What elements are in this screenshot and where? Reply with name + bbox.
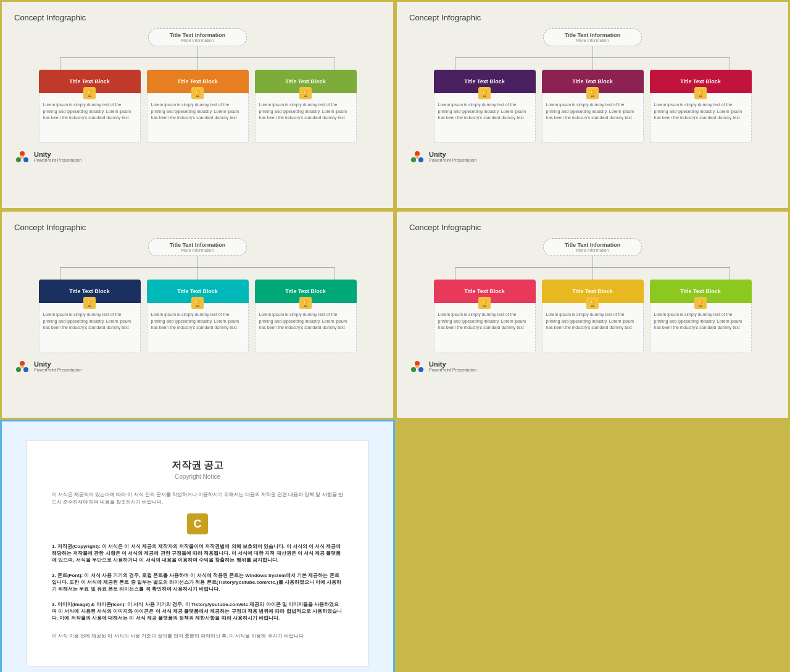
- top-oval-4: Title Text Information More Information: [543, 238, 642, 256]
- vert-drop-4b: [592, 267, 593, 280]
- org-chart-2: Title Text Information More Information …: [409, 28, 776, 143]
- card-1-1-header: Title Text Block 🏆: [39, 70, 141, 93]
- slide-1: Concept Infographic Title Text Informati…: [0, 0, 395, 210]
- card-1-2-icon: 🏆: [191, 87, 204, 99]
- card-2-1: Title Text Block 🏆 Lorem ipsum is simply…: [434, 70, 536, 143]
- slide-2-title: Concept Infographic: [409, 13, 776, 22]
- top-oval-1-title: Title Text Information: [161, 32, 234, 38]
- logo-sub-2: PowerPoint Presentation: [429, 158, 476, 163]
- vert-drops-3: [60, 267, 335, 280]
- logo-sub-1: PowerPoint Presentation: [34, 158, 81, 163]
- spacer-3: [52, 624, 343, 633]
- h-line-container-3: [60, 267, 335, 280]
- card-4-3-header: Title Text Block 🏆: [650, 280, 752, 303]
- card-2-2: Title Text Block 🏆 Lorem ipsum is simply…: [542, 70, 644, 143]
- card-3-2-body: Lorem ipsum is simply dummy text of the …: [147, 303, 249, 352]
- connector-v-3: [198, 256, 198, 267]
- unity-logo-icon-3: [14, 359, 30, 375]
- top-oval-3-sub: More Information: [161, 248, 234, 252]
- card-2-2-icon: 🏆: [586, 87, 599, 99]
- org-chart-4: Title Text Information More Information …: [409, 238, 776, 352]
- yellow-panel: [395, 420, 790, 672]
- top-oval-4-title: Title Text Information: [556, 242, 629, 248]
- svg-point-5: [411, 157, 416, 162]
- logo-area-3: Unity PowerPoint Presentation: [14, 359, 381, 375]
- vert-drop-1c: [335, 57, 335, 70]
- slide-3: Concept Infographic Title Text Informati…: [0, 210, 395, 420]
- top-oval-2-sub: More Information: [556, 38, 629, 43]
- card-2-3-header: Title Text Block 🏆: [650, 70, 752, 93]
- card-1-1-label: Title Text Block: [69, 78, 110, 85]
- card-3-2: Title Text Block 🏆 Lorem ipsum is simply…: [147, 280, 249, 352]
- logo-name-3: Unity: [34, 360, 81, 368]
- card-3-3-icon: 🏆: [299, 297, 312, 309]
- top-oval-1: Title Text Information More Information: [148, 28, 247, 46]
- connector-v-4: [592, 256, 593, 267]
- card-2-3-icon: 🏆: [694, 87, 707, 99]
- copyright-body1: 이 서식은 제공되어 있는바에 따라 이 서식 안의 문서를 작성하거나 이용하…: [52, 491, 343, 506]
- cards-row-4: Title Text Block 🏆 Lorem ipsum is simply…: [409, 280, 776, 352]
- card-3-1-label: Title Text Block: [69, 288, 110, 294]
- spacer-1: [52, 566, 343, 572]
- card-1-3-icon: 🏆: [299, 87, 312, 99]
- card-1-3-header: Title Text Block 🏆: [255, 70, 357, 93]
- card-4-1-body: Lorem ipsum is simply dummy text of the …: [434, 303, 536, 352]
- vert-drops-4: [455, 267, 730, 280]
- svg-point-10: [23, 367, 28, 372]
- card-3-1-icon: 🏆: [83, 297, 96, 309]
- card-4-2-text: Lorem ipsum is simply dummy text of the …: [546, 312, 634, 330]
- card-2-2-label: Title Text Block: [572, 78, 613, 85]
- card-3-1-header: Title Text Block 🏆: [39, 280, 141, 303]
- slide-3-title: Concept Infographic: [14, 223, 381, 232]
- logo-area-2: Unity PowerPoint Presentation: [409, 149, 776, 165]
- cards-row-3: Title Text Block 🏆 Lorem ipsum is simply…: [14, 280, 381, 352]
- card-3-2-icon: 🏆: [191, 297, 204, 309]
- cards-row-1: Title Text Block 🏆 Lorem ipsum is simply…: [14, 70, 381, 143]
- card-1-1: Title Text Block 🏆 Lorem ipsum is simply…: [39, 70, 141, 143]
- h-line-container-2: [455, 57, 730, 70]
- vert-drop-3b: [198, 267, 198, 280]
- card-4-3-icon: 🏆: [694, 297, 707, 309]
- card-4-1-header: Title Text Block 🏆: [434, 280, 536, 303]
- card-4-2-icon: 🏆: [586, 297, 599, 309]
- vert-drop-3a: [60, 267, 60, 280]
- card-1-2-label: Title Text Block: [177, 78, 218, 85]
- copyright-c-badge: C: [187, 513, 208, 534]
- card-2-2-text: Lorem ipsum is simply dummy text of the …: [546, 102, 634, 120]
- svg-point-14: [418, 367, 423, 372]
- card-3-3-header: Title Text Block 🏆: [255, 280, 357, 303]
- card-2-3-body: Lorem ipsum is simply dummy text of the …: [650, 93, 752, 143]
- logo-sub-3: PowerPoint Presentation: [34, 368, 81, 373]
- connector-v-1: [198, 46, 198, 57]
- card-4-1-icon: 🏆: [478, 297, 491, 309]
- spacer-2: [52, 595, 343, 601]
- copyright-title-kr: 저작권 공고: [52, 459, 343, 472]
- logo-name-1: Unity: [34, 151, 81, 158]
- svg-point-9: [16, 367, 21, 372]
- copyright-footer: 이 서식 이용 전에 제공된 이 서식의 사용 기준과 정의를 먼저 충분히 파…: [52, 633, 343, 640]
- top-oval-4-sub: More Information: [556, 248, 629, 252]
- top-oval-2: Title Text Information More Information: [543, 28, 642, 46]
- h-line-container-4: [455, 267, 730, 280]
- logo-name-4: Unity: [429, 360, 476, 368]
- card-2-2-header: Title Text Block 🏆: [542, 70, 644, 93]
- card-2-2-body: Lorem ipsum is simply dummy text of the …: [542, 93, 644, 143]
- cards-row-2: Title Text Block 🏆 Lorem ipsum is simply…: [409, 70, 776, 143]
- card-1-3: Title Text Block 🏆 Lorem ipsum is simply…: [255, 70, 357, 143]
- unity-logo-icon-4: [409, 359, 425, 375]
- logo-name-2: Unity: [429, 151, 476, 158]
- card-4-2: Title Text Block 🏆 Lorem ipsum is simply…: [542, 280, 644, 352]
- top-oval-3: Title Text Information More Information: [148, 238, 247, 256]
- svg-point-11: [20, 365, 24, 368]
- top-oval-1-sub: More Information: [161, 38, 234, 43]
- vert-drop-2b: [592, 57, 593, 70]
- card-4-1: Title Text Block 🏆 Lorem ipsum is simply…: [434, 280, 536, 352]
- copyright-section1-title: 1. 저작권(Copyright): 이 서식은 이 서식 제공의 제작자의 저…: [52, 543, 343, 563]
- card-2-1-label: Title Text Block: [464, 78, 505, 85]
- card-1-2: Title Text Block 🏆 Lorem ipsum is simply…: [147, 70, 249, 143]
- card-4-3-text: Lorem ipsum is simply dummy text of the …: [654, 312, 742, 330]
- card-4-2-header: Title Text Block 🏆: [542, 280, 644, 303]
- logo-text-2: Unity PowerPoint Presentation: [429, 151, 476, 163]
- card-4-1-label: Title Text Block: [464, 288, 505, 294]
- vert-drop-1a: [60, 57, 60, 70]
